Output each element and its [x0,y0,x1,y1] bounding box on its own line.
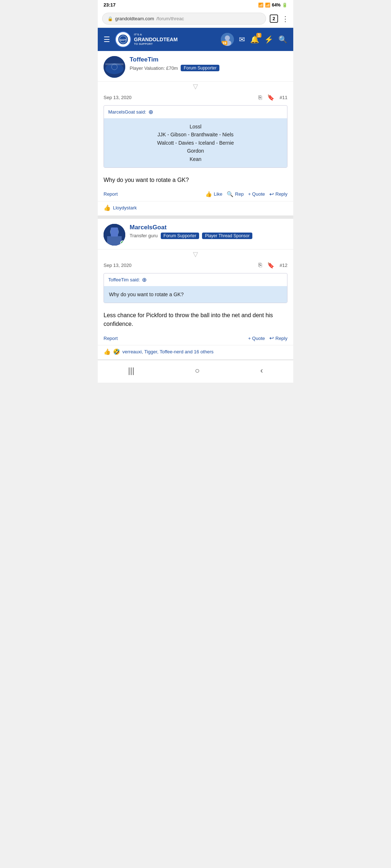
rep-icon-11: 🔍 [227,191,234,197]
user-details-marcelsgoat: MarcelsGoat Transfer guru Forum Supporte… [130,224,287,239]
player-thread-sponsor-badge: Player Thread Sponsor [202,233,252,239]
user-valuation-toffeetim: Player Valuation: £70m [130,65,178,71]
quote-author-12: ToffeeTim said: [108,277,140,282]
user-details-toffeetim: ToffeeTim Player Valuation: £70m Forum S… [130,56,287,71]
user-meta-marcelsgoat: Transfer guru Forum Supporter Player Thr… [130,233,287,239]
report-button-11[interactable]: Report [104,191,118,197]
user-info-row-12: MarcelsGoat Transfer guru Forum Supporte… [98,219,293,250]
collapse-indicator-12[interactable]: ▽ [98,250,293,259]
reply-button-12[interactable]: ↩ Reply [269,335,287,341]
browser-bar: 🔒 grandoldteam.com /forum/threac 2 ⋮ [98,10,293,28]
avatar-marcelsgoat [104,224,125,246]
reply-icon-11: ↩ [269,191,274,197]
nav-right: 19 ✉ 🔔 1 ⚡ 🔍 [221,33,287,46]
main-content: ToffeeTim Player Valuation: £70m Forum S… [98,51,293,360]
site-sub: IT'S A [134,33,178,37]
search-icon[interactable]: 🔍 [278,35,287,44]
site-title: GRANDOLDTEAM [134,37,178,43]
likers-names-12[interactable]: verreauxi, Tigger, Toffee-nerd and 16 ot… [122,349,214,354]
user-meta-toffeetim: Player Valuation: £70m Forum Supporter [130,65,287,71]
bookmark-icon-11[interactable]: 🔖 [267,94,274,101]
like-emoji-12: 👍 [104,348,111,355]
share-icon-12[interactable]: ⎘ [258,262,262,268]
likes-row-11: 👍 Lloydystark [98,201,293,216]
likes-text-12: verreauxi, Tigger, Toffee-nerd and 16 ot… [122,349,214,354]
user-avatar-nav[interactable]: 19 [221,33,234,46]
bookmark-icon-12[interactable]: 🔖 [267,262,274,269]
quote-block-12: ToffeeTim said: ⊕ Why do you want to rot… [104,273,287,303]
like-label-11: Like [214,191,222,197]
username-marcelsgoat[interactable]: MarcelsGoat [130,224,287,231]
battery-icon: 🔋 [282,3,287,8]
online-indicator-12 [120,241,125,246]
reply-label-12: Reply [276,336,287,341]
url-bar[interactable]: 🔒 grandoldteam.com /forum/threac [102,13,266,25]
hamburger-menu[interactable]: ☰ [104,35,110,44]
svg-text:GOT: GOT [120,38,126,42]
post-number-12: #12 [279,263,287,268]
tab-count[interactable]: 2 [270,14,278,23]
quote-label-12: + Quote [248,336,265,341]
home-icon[interactable]: ○ [195,366,199,375]
time: 23:17 [104,2,115,8]
lightning-icon[interactable]: ⚡ [264,35,273,44]
likes-row-12: 👍 🤣 verreauxi, Tigger, Toffee-nerd and 1… [98,345,293,359]
quote-author-11: MarcelsGoat said: [108,109,146,115]
post-12: MarcelsGoat Transfer guru Forum Supporte… [98,219,293,360]
notification-bell[interactable]: 🔔 1 [250,35,259,44]
report-button-12[interactable]: Report [104,336,118,341]
nav-header: ☰ GOT IT'S A GRANDOLDTEAM TO SUPPORT 19 [98,28,293,51]
wifi-icon: 📶 [258,3,264,8]
svg-point-4 [225,35,230,41]
quote-up-icon-12[interactable]: ⊕ [142,276,147,283]
liker-name-11[interactable]: Lloydystark [113,205,137,210]
quote-body-12: Why do you want to rotate a GK? [104,286,287,303]
post-11: ToffeeTim Player Valuation: £70m Forum S… [98,51,293,216]
status-icons: 📶 📶 64% 🔋 [258,3,287,8]
back-icon[interactable]: ‹ [260,366,263,375]
site-support: TO SUPPORT [134,42,178,46]
quote-header-12: ToffeeTim said: ⊕ [104,273,287,286]
quote-header-11: MarcelsGoat said: ⊕ [104,106,287,118]
bottom-nav: ||| ○ ‹ [98,360,293,383]
quote-lineup: Lossl JJK - Gibson - Branthwaite - Niels… [109,123,282,163]
lock-icon: 🔒 [108,16,113,21]
post-date-11: Sep 13, 2020 [104,95,131,100]
post-number-11: #11 [279,95,287,100]
notification-count: 1 [256,33,261,38]
recent-apps-icon[interactable]: ||| [128,366,134,375]
rep-button-11[interactable]: 🔍 Rep [227,191,244,197]
forum-supporter-badge-2: Forum Supporter [161,233,199,239]
site-logo: GOT [115,31,131,47]
like-button-11[interactable]: 👍 Like [205,191,222,197]
post-body-12: Less chance for Pickford to throw the ba… [98,307,293,333]
user-role-marcelsgoat: Transfer guru [130,233,158,238]
quote-text-12: Why do you want to rotate a GK? [109,292,184,297]
forum-supporter-badge-1: Forum Supporter [181,65,219,71]
quote-button-11[interactable]: + Quote [248,191,265,197]
quote-up-icon-11[interactable]: ⊕ [148,109,153,115]
post-meta-right-11: ⎘ 🔖 #11 [258,94,287,101]
mail-icon[interactable]: ✉ [239,35,245,44]
status-bar: 23:17 📶 📶 64% 🔋 [98,0,293,10]
post-meta-11: Sep 13, 2020 ⎘ 🔖 #11 [98,91,293,104]
section-divider [98,216,293,219]
post-text-12: Less chance for Pickford to throw the ba… [104,312,273,327]
quote-button-12[interactable]: + Quote [248,336,265,341]
post-text-11: Why do you want to rotate a GK? [104,177,189,183]
likes-text-11: Lloydystark [113,205,137,210]
url-domain: grandoldteam.com [115,16,154,21]
username-toffeetim[interactable]: ToffeeTim [130,56,287,63]
post-meta-12: Sep 13, 2020 ⎘ 🔖 #12 [98,259,293,272]
quote-label-11: + Quote [248,191,265,197]
rep-label-11: Rep [235,191,244,197]
post-actions-12: Report + Quote ↩ Reply [98,333,293,345]
logo-area: GOT IT'S A GRANDOLDTEAM TO SUPPORT [115,31,178,47]
user-info-row-11: ToffeeTim Player Valuation: £70m Forum S… [98,51,293,82]
reply-icon-12: ↩ [269,335,274,341]
reply-button-11[interactable]: ↩ Reply [269,191,287,197]
post-body-11: Why do you want to rotate a GK? [98,172,293,189]
browser-menu[interactable]: ⋮ [282,14,289,23]
share-icon-11[interactable]: ⎘ [258,94,262,101]
collapse-indicator-11[interactable]: ▽ [98,82,293,91]
